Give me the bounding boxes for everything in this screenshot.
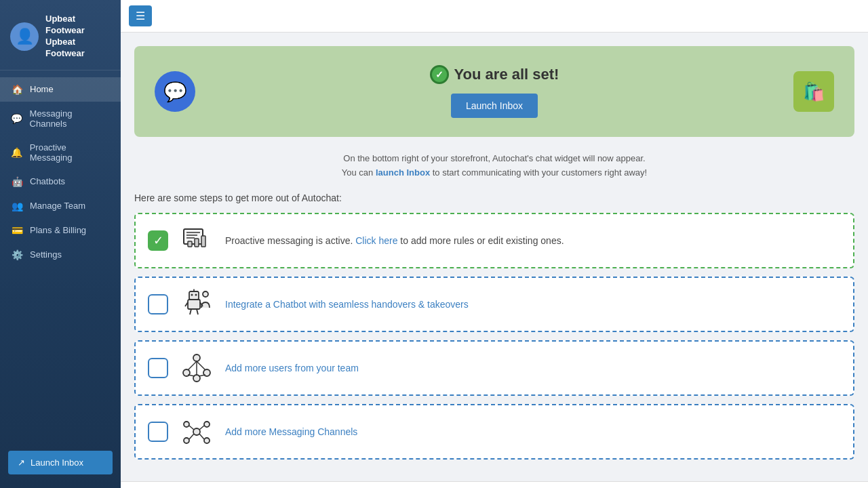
sidebar-item-home[interactable]: 🏠Home — [0, 77, 121, 102]
sidebar-launch-inbox-label: Launch Inbox — [31, 458, 83, 468]
step-item-team[interactable]: Add more users from your team — [134, 340, 854, 396]
step-text-proactive: Proactive messaging is active. Click her… — [225, 235, 564, 246]
svg-point-30 — [184, 438, 189, 443]
nav-icon-messaging-channels: 💬 — [11, 113, 23, 124]
sidebar-username-line2: Upbeat Footwear — [45, 37, 111, 60]
svg-point-11 — [193, 289, 195, 290]
subtitle-line2: You can launch Inbox to start communicat… — [134, 166, 854, 180]
external-link-icon: ↗ — [18, 458, 25, 468]
sidebar-item-plans-billing[interactable]: 💳Plans & Billing — [0, 218, 121, 243]
hero-center: ✓ You are all set! Launch Inbox — [195, 65, 793, 118]
step-item-channels[interactable]: Add more Messaging Channels — [134, 404, 854, 460]
success-check-icon: ✓ — [430, 65, 449, 84]
top-bar: ☰ — [121, 0, 868, 33]
chat-widget-icon: 💬 — [155, 71, 195, 112]
steps-section: Here are some steps to get more out of A… — [121, 186, 868, 481]
svg-line-32 — [189, 426, 194, 430]
svg-line-16 — [190, 309, 191, 314]
svg-rect-4 — [188, 241, 192, 247]
sidebar: 👤 Upbeat Footwear Upbeat Footwear 🏠Home💬… — [0, 0, 121, 488]
step-checkbox-proactive: ✓ — [148, 230, 168, 251]
step-text-channels: Add more Messaging Channels — [225, 426, 357, 437]
step-team-link[interactable]: Add more users from your team — [225, 363, 359, 373]
launch-inbox-link[interactable]: launch Inbox — [376, 167, 430, 178]
subtitle-line1: On the bottom right of your storefront, … — [134, 152, 854, 166]
svg-line-24 — [197, 361, 205, 370]
sidebar-username-line1: Upbeat Footwear — [45, 14, 111, 37]
nav-label-messaging-channels: Messaging Channels — [30, 108, 110, 129]
subtitle-line2-prefix: You can — [342, 167, 376, 178]
step-text-chatbot: Integrate a Chatbot with seamless handov… — [225, 299, 469, 310]
svg-rect-12 — [188, 300, 200, 309]
nav-icon-chatbots: 🤖 — [11, 176, 23, 187]
step-proactive-prefix: Proactive messaging is active. — [225, 235, 355, 246]
svg-point-13 — [203, 291, 208, 297]
step-icon-team — [179, 352, 214, 384]
svg-line-35 — [199, 434, 204, 439]
step-proactive-suffix: to add more rules or edit existing ones. — [397, 235, 564, 246]
user-icon: 👤 — [16, 28, 34, 45]
svg-line-33 — [199, 426, 204, 430]
nav-icon-settings: ⚙️ — [11, 249, 23, 260]
nav-label-chatbots: Chatbots — [30, 176, 65, 186]
subtitle-line2-suffix: to start communicating with your custome… — [430, 167, 647, 178]
nav-label-manage-team: Manage Team — [30, 201, 85, 211]
nav-icon-proactive-messaging: 🔔 — [11, 147, 23, 158]
main-content: ☰ 💬 ✓ You are all set! Launch Inbox 🛍️ — [121, 0, 868, 488]
hero-launch-inbox-label: Launch Inbox — [466, 100, 523, 111]
avatar: 👤 — [10, 22, 39, 51]
sidebar-nav: 🏠Home💬Messaging Channels🔔Proactive Messa… — [0, 70, 121, 444]
step-channels-link[interactable]: Add more Messaging Channels — [225, 426, 357, 437]
step-item-proactive[interactable]: ✓ Proactive messaging is active. Click h… — [134, 213, 854, 268]
step-text-team: Add more users from your team — [225, 363, 359, 373]
step-checkbox-chatbot — [148, 294, 168, 314]
svg-rect-7 — [189, 291, 199, 300]
sidebar-launch-inbox-button[interactable]: ↗ Launch Inbox — [8, 451, 113, 474]
svg-point-31 — [204, 438, 210, 443]
subtitle: On the bottom right of your storefront, … — [134, 152, 854, 180]
sidebar-item-chatbots[interactable]: 🤖Chatbots — [0, 169, 121, 194]
sidebar-item-settings[interactable]: ⚙️Settings — [0, 243, 121, 267]
hero-title: ✓ You are all set! — [195, 65, 793, 84]
hamburger-icon: ☰ — [136, 10, 145, 22]
hero-launch-inbox-button[interactable]: Launch Inbox — [451, 94, 538, 118]
sidebar-item-manage-team[interactable]: 👥Manage Team — [0, 194, 121, 218]
svg-rect-6 — [201, 236, 205, 247]
menu-toggle-button[interactable]: ☰ — [129, 5, 152, 26]
step-checkbox-team — [148, 358, 168, 378]
nav-label-settings: Settings — [30, 249, 62, 260]
step-item-chatbot[interactable]: Integrate a Chatbot with seamless handov… — [134, 277, 854, 332]
step-chatbot-link[interactable]: Integrate a Chatbot with seamless handov… — [225, 299, 469, 310]
sidebar-header: 👤 Upbeat Footwear Upbeat Footwear — [0, 0, 121, 70]
svg-rect-5 — [195, 239, 199, 247]
step-icon-proactive — [179, 225, 214, 256]
nav-icon-manage-team: 👥 — [11, 201, 23, 211]
step-proactive-link[interactable]: Click here — [355, 235, 397, 246]
svg-rect-0 — [184, 229, 203, 244]
svg-point-18 — [193, 354, 200, 361]
step-icon-chatbot — [179, 289, 214, 320]
svg-line-17 — [197, 309, 198, 314]
steps-title: Here are some steps to get more out of A… — [134, 192, 854, 203]
nav-label-proactive-messaging: Proactive Messaging — [30, 142, 110, 163]
sidebar-user-info: Upbeat Footwear Upbeat Footwear — [45, 14, 111, 60]
svg-point-8 — [191, 293, 193, 296]
nav-label-plans-billing: Plans & Billing — [30, 225, 86, 235]
footer: © 2019 Autochat.io All Rights Reserved. … — [121, 481, 868, 488]
nav-icon-home: 🏠 — [11, 84, 23, 95]
svg-point-29 — [204, 422, 210, 427]
hero-title-text: You are all set! — [454, 66, 559, 83]
step-checkbox-channels — [148, 422, 168, 442]
hero-banner: 💬 ✓ You are all set! Launch Inbox 🛍️ — [134, 46, 854, 137]
svg-point-28 — [184, 422, 189, 427]
app-container: 👤 Upbeat Footwear Upbeat Footwear 🏠Home💬… — [0, 0, 868, 488]
nav-icon-plans-billing: 💳 — [11, 225, 23, 236]
sidebar-item-proactive-messaging[interactable]: 🔔Proactive Messaging — [0, 136, 121, 169]
svg-line-34 — [189, 434, 194, 439]
step-icon-channels — [179, 416, 214, 447]
svg-line-23 — [188, 361, 197, 370]
shopify-icon: 🛍️ — [793, 71, 834, 112]
svg-point-9 — [195, 293, 197, 296]
sidebar-item-messaging-channels[interactable]: 💬Messaging Channels — [0, 102, 121, 136]
nav-label-home: Home — [30, 84, 54, 94]
